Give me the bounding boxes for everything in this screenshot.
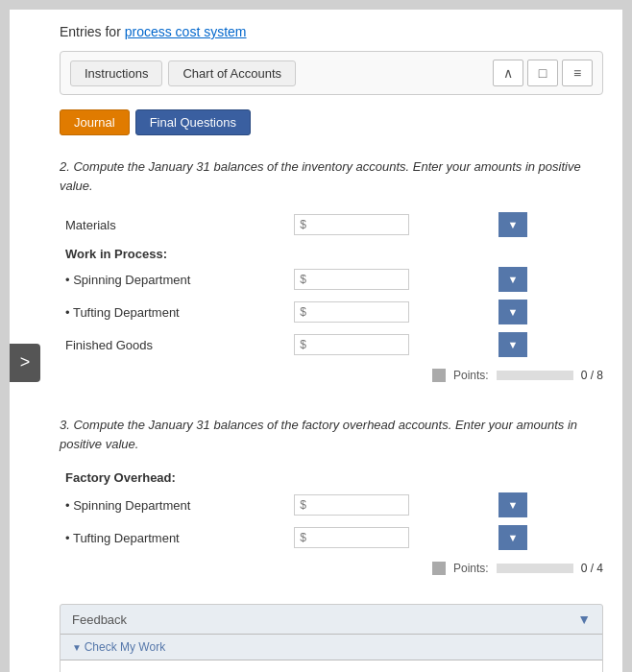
section3-instruction: 3. Compute the January 31 balances of th… bbox=[60, 416, 603, 453]
fo-tufting-input[interactable] bbox=[294, 527, 409, 548]
feedback-title: Feedback bbox=[72, 612, 127, 627]
points-bar-3 bbox=[497, 564, 573, 573]
factory-overhead-label: Factory Overhead: bbox=[60, 467, 603, 489]
points-score-2: 0 / 8 bbox=[581, 369, 603, 382]
materials-input[interactable] bbox=[294, 214, 409, 235]
section-3: 3. Compute the January 31 balances of th… bbox=[60, 411, 603, 580]
window-button[interactable]: □ bbox=[527, 60, 558, 86]
tab-journal[interactable]: Journal bbox=[60, 109, 130, 135]
points-label-2: Points: bbox=[453, 369, 489, 382]
table-row: Work in Process: bbox=[60, 241, 603, 263]
menu-button[interactable]: ≡ bbox=[562, 60, 593, 86]
wip-label: Work in Process: bbox=[60, 241, 603, 263]
fo-spinning-input[interactable] bbox=[294, 494, 409, 516]
section2-points-row: Points: 0 / 8 bbox=[60, 369, 603, 382]
right-arrow-icon: > bbox=[20, 352, 31, 372]
tab-bar: Instructions Chart of Accounts ∧ □ ≡ bbox=[60, 51, 603, 95]
section3-points-row: Points: 0 / 4 bbox=[60, 562, 603, 575]
finished-goods-dropdown[interactable]: ▼ bbox=[498, 332, 527, 357]
fo-spinning-dropdown[interactable]: ▼ bbox=[498, 492, 527, 517]
tab-final-questions[interactable]: Final Questions bbox=[135, 109, 251, 135]
materials-dropdown[interactable]: ▼ bbox=[498, 212, 527, 237]
table-row: • Tufting Department ▼ bbox=[60, 521, 603, 554]
points-bar-2 bbox=[497, 371, 573, 380]
section2-instruction: 2. Compute the January 31 balances of th… bbox=[60, 157, 603, 195]
table-row: • Spinning Department ▼ bbox=[60, 489, 603, 521]
finished-goods-label: Finished Goods bbox=[60, 328, 288, 361]
tufting-dept-label: • Tufting Department bbox=[60, 296, 288, 328]
table-row: • Spinning Department ▼ bbox=[60, 263, 603, 296]
left-nav-button[interactable]: > bbox=[10, 344, 40, 382]
points-label-3: Points: bbox=[453, 562, 489, 575]
table-row: Factory Overhead: bbox=[60, 467, 603, 489]
fo-spinning-label: • Spinning Department bbox=[60, 489, 288, 521]
tufting-input[interactable] bbox=[294, 301, 409, 323]
spinning-dropdown[interactable]: ▼ bbox=[498, 267, 527, 292]
process-cost-link[interactable]: process cost system bbox=[125, 24, 247, 39]
fo-tufting-label: • Tufting Department bbox=[60, 521, 288, 554]
table-row: Materials ▼ bbox=[60, 208, 603, 241]
table-row: Finished Goods ▼ bbox=[60, 328, 603, 361]
check-my-work-row[interactable]: Check My Work bbox=[61, 634, 602, 660]
tufting-dropdown[interactable]: ▼ bbox=[498, 300, 527, 324]
finished-goods-input[interactable] bbox=[294, 334, 409, 355]
feedback-section: Feedback ▼ Check My Work 2. & 3. Set up … bbox=[60, 604, 603, 672]
section3-table: Factory Overhead: • Spinning Department … bbox=[60, 467, 603, 554]
feedback-body: 2. & 3. Set up T accounts to help determ… bbox=[61, 660, 602, 672]
section2-table: Materials ▼ Work in Process: • Spinning … bbox=[60, 208, 603, 361]
section-2: 2. Compute the January 31 balances of th… bbox=[60, 153, 603, 387]
entries-header: Entries for process cost system bbox=[60, 24, 603, 39]
spinning-input[interactable] bbox=[294, 269, 409, 290]
tab-chart-of-accounts[interactable]: Chart of Accounts bbox=[168, 60, 296, 86]
points-icon-3 bbox=[432, 562, 446, 575]
points-icon-2 bbox=[432, 369, 446, 382]
feedback-arrow-icon: ▼ bbox=[577, 612, 591, 627]
materials-label: Materials bbox=[60, 208, 288, 241]
tab-instructions[interactable]: Instructions bbox=[70, 60, 162, 86]
collapse-button[interactable]: ∧ bbox=[493, 60, 523, 86]
fo-tufting-dropdown[interactable]: ▼ bbox=[498, 525, 527, 550]
spinning-dept-label: • Spinning Department bbox=[60, 263, 288, 296]
feedback-header[interactable]: Feedback ▼ bbox=[61, 605, 602, 634]
points-score-3: 0 / 4 bbox=[581, 562, 603, 575]
table-row: • Tufting Department ▼ bbox=[60, 296, 603, 328]
